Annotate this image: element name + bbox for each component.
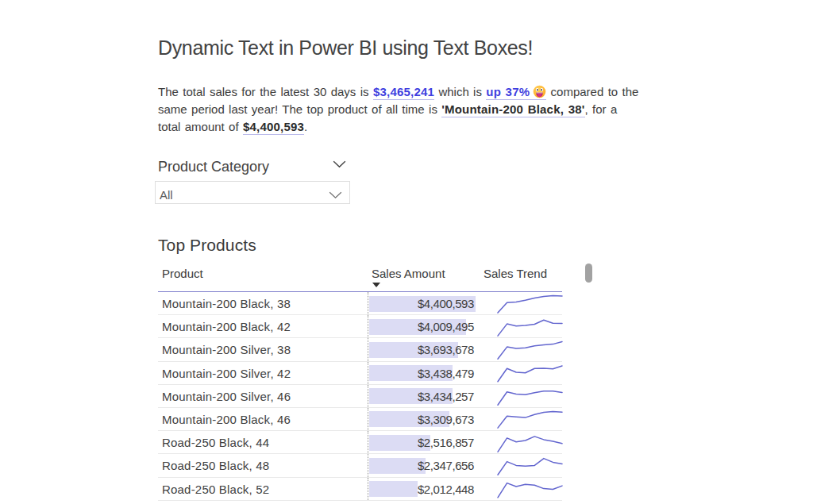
table-row[interactable]: Road-250 Black, 48$2,347,656: [158, 454, 562, 477]
table-row[interactable]: Mountain-200 Black, 46$3,309,673: [158, 408, 562, 431]
table-row[interactable]: Mountain-200 Silver, 42$3,438,479: [158, 362, 562, 385]
sort-descending-icon[interactable]: [372, 283, 380, 287]
slicer-title: Product Category: [158, 159, 269, 175]
cell-product: Mountain-200 Silver, 38: [162, 343, 291, 356]
page-title: Dynamic Text in Power BI using Text Boxe…: [158, 37, 533, 60]
cell-sales-amount: $2,516,857: [368, 431, 476, 453]
table-row[interactable]: Mountain-200 Silver, 38$3,693,678: [158, 338, 562, 361]
narrative-text: The total sales for the latest 30 days i…: [158, 85, 373, 98]
product-category-dropdown[interactable]: All: [155, 181, 350, 204]
sparkline: [496, 479, 564, 499]
slicer-header: Product Category: [158, 159, 349, 175]
sales-amount-value: $3,693,678: [418, 343, 474, 356]
table-row[interactable]: Mountain-200 Black, 38$4,400,593: [158, 292, 562, 315]
sales-amount-value: $4,009,495: [418, 320, 474, 333]
narrative-text: .: [304, 120, 307, 133]
table-body: Mountain-200 Black, 38$4,400,593Mountain…: [158, 292, 562, 501]
sales-amount-value: $3,434,257: [418, 389, 474, 402]
cell-product: Mountain-200 Black, 46: [162, 413, 291, 426]
sales-amount-value: $3,309,673: [418, 413, 474, 426]
dynamic-value-up-percent[interactable]: up 37%: [486, 85, 546, 100]
column-header-sales-trend[interactable]: Sales Trend: [484, 267, 547, 280]
cell-sales-amount: $2,012,448: [368, 478, 476, 500]
sparkline: [496, 340, 564, 360]
vertical-scrollbar-thumb[interactable]: [585, 264, 592, 283]
cell-product: Road-250 Black, 48: [162, 459, 269, 472]
table-row[interactable]: Mountain-200 Black, 42$4,009,495: [158, 315, 562, 338]
chevron-down-icon[interactable]: [329, 191, 342, 199]
cell-sales-amount: $4,009,495: [368, 315, 476, 337]
sales-amount-value: $3,438,479: [418, 366, 474, 379]
chevron-down-icon[interactable]: [333, 160, 346, 168]
sales-amount-value: $2,012,448: [418, 482, 474, 495]
dynamic-text-line-3: total amount of $4,400,593.: [158, 118, 638, 136]
sales-amount-value: $2,516,857: [418, 436, 474, 449]
report-canvas: Dynamic Text in Power BI using Text Boxe…: [0, 0, 813, 504]
sparkline: [496, 317, 564, 337]
table-row[interactable]: Mountain-200 Silver, 46$3,434,257: [158, 385, 562, 408]
cell-sales-amount: $4,400,593: [368, 292, 476, 314]
table-header-row: Product Sales Amount Sales Trend: [158, 264, 562, 292]
sparkline: [496, 456, 564, 476]
dynamic-value-top-product[interactable]: 'Mountain-200 Black, 38': [441, 102, 584, 117]
data-bar: [369, 481, 418, 497]
table-title: Top Products: [158, 236, 256, 255]
narrative-text: same period last year! The top product o…: [158, 102, 441, 116]
sparkline: [496, 433, 564, 453]
cell-product: Road-250 Black, 52: [162, 482, 269, 495]
dynamic-text-line-2: same period last year! The top product o…: [158, 101, 638, 118]
cell-sales-amount: $2,347,656: [368, 454, 476, 476]
sales-amount-value: $4,400,593: [418, 297, 474, 310]
dynamic-text: The total sales for the latest 30 days i…: [158, 83, 638, 136]
cell-sales-amount: $3,693,678: [368, 338, 476, 360]
cell-product: Mountain-200 Silver, 46: [162, 389, 291, 402]
table-row[interactable]: Road-250 Black, 52$2,012,448: [158, 478, 562, 501]
top-products-table: Product Sales Amount Sales Trend Mountai…: [158, 264, 562, 501]
column-header-product[interactable]: Product: [162, 267, 203, 280]
cell-product: Mountain-200 Black, 38: [162, 297, 291, 310]
dynamic-text-line-1: The total sales for the latest 30 days i…: [158, 83, 638, 101]
dynamic-value-total-amount[interactable]: $4,400,593: [243, 120, 304, 135]
cell-sales-amount: $3,434,257: [368, 385, 476, 407]
sales-amount-value: $2,347,656: [418, 459, 474, 472]
cell-product: Mountain-200 Silver, 42: [162, 366, 291, 379]
dropdown-selected-value: All: [160, 188, 173, 202]
sparkline: [496, 409, 564, 429]
cell-product: Road-250 Black, 44: [162, 436, 269, 449]
column-header-sales-amount[interactable]: Sales Amount: [372, 267, 445, 280]
narrative-text: compared to the: [546, 85, 638, 98]
narrative-text: total amount of: [158, 120, 243, 133]
dynamic-value-total-sales[interactable]: $3,465,241: [373, 85, 434, 100]
sparkline: [496, 363, 564, 383]
cell-product: Mountain-200 Black, 42: [162, 320, 291, 333]
sparkline: [496, 294, 564, 314]
narrative-text: , for a: [585, 102, 618, 116]
narrative-text: which is: [434, 85, 486, 98]
grinning-face-emoji: [533, 85, 546, 98]
cell-sales-amount: $3,309,673: [368, 408, 476, 430]
sparkline: [496, 386, 564, 406]
cell-sales-amount: $3,438,479: [368, 362, 476, 384]
table-row[interactable]: Road-250 Black, 44$2,516,857: [158, 431, 562, 454]
